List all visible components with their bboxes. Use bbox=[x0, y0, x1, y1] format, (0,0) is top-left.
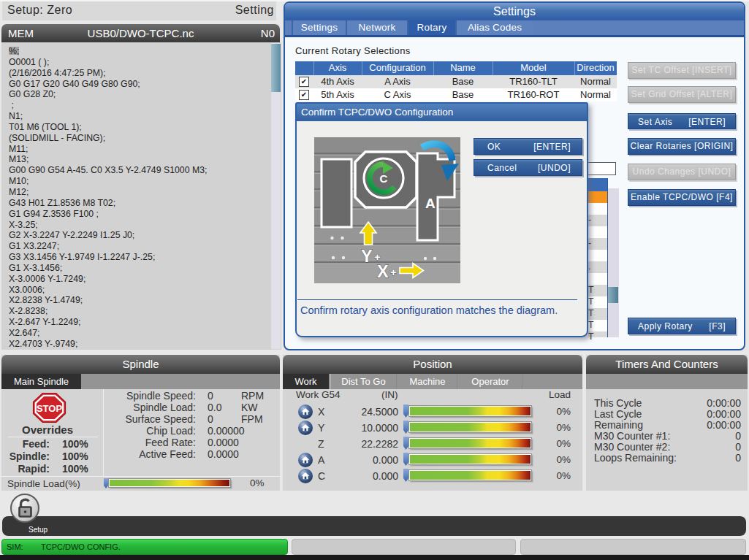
svg-text:X: X bbox=[377, 262, 389, 281]
svg-text:A: A bbox=[425, 196, 436, 211]
svg-text:C: C bbox=[380, 172, 388, 185]
svg-text:+: + bbox=[390, 266, 397, 278]
svg-text:Y: Y bbox=[361, 247, 373, 266]
svg-text:+: + bbox=[374, 250, 381, 263]
